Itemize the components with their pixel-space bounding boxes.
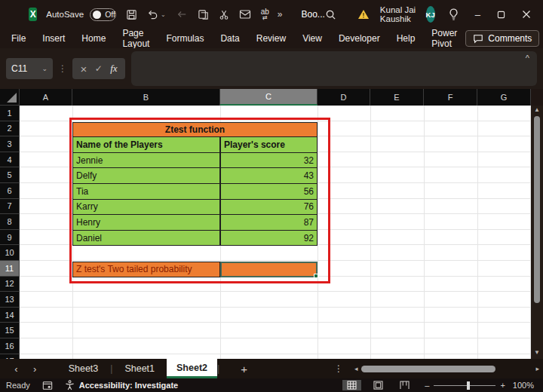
row-header-8[interactable]: 8	[0, 214, 20, 230]
status-bar: Ready Accessibility: Investigate –	[0, 378, 543, 392]
undo-chevron-icon[interactable]: ⌄	[161, 11, 166, 18]
formula-input[interactable]: ^	[131, 51, 537, 86]
name-box[interactable]: C11 ⌄	[6, 58, 53, 79]
avatar[interactable]: KJ	[426, 6, 435, 23]
row-header-4[interactable]: 4	[0, 152, 20, 168]
tab-page-layout[interactable]: Page Layout	[114, 28, 158, 49]
column-header-c[interactable]: C	[220, 89, 318, 106]
replace-icon[interactable]: ab ⇄	[261, 8, 269, 21]
prev-sheet-icon[interactable]: ‹	[14, 363, 19, 375]
tab-file[interactable]: File	[3, 33, 34, 44]
tab-data[interactable]: Data	[212, 33, 247, 44]
vertical-scroll-thumb[interactable]	[534, 116, 540, 303]
horizontal-scroll-thumb[interactable]	[361, 366, 495, 372]
row-header-2[interactable]: 2	[0, 121, 20, 137]
row-header-15[interactable]: 15	[0, 323, 20, 338]
column-header-d[interactable]: D	[318, 89, 370, 106]
collapse-formula-bar-icon[interactable]: ^	[526, 54, 529, 63]
save-icon[interactable]	[126, 9, 137, 20]
page-layout-view-icon[interactable]	[369, 380, 388, 390]
name-box-chevron-icon[interactable]: ⌄	[41, 65, 48, 72]
row-header-14[interactable]: 14	[0, 308, 20, 323]
vertical-scrollbar[interactable]: ▲ ▼	[531, 106, 543, 359]
enter-check-icon[interactable]: ✓	[95, 63, 103, 74]
zoom-slider-thumb[interactable]	[467, 381, 470, 390]
row-header-5[interactable]: 5	[0, 167, 20, 183]
row-header-12[interactable]: 12	[0, 277, 20, 292]
cut-icon[interactable]	[219, 9, 229, 20]
excel-logo[interactable]	[29, 8, 37, 21]
status-mode: Ready	[6, 381, 30, 390]
cancel-icon[interactable]: ×	[80, 63, 87, 75]
column-header-b[interactable]: B	[72, 89, 220, 106]
accessibility-status[interactable]: Accessibility: Investigate	[79, 381, 178, 390]
tab-options-icon[interactable]: ⋮	[334, 363, 343, 374]
tab-sheet3[interactable]: Sheet3	[57, 359, 111, 378]
autosave-toggle[interactable]: Off	[90, 8, 116, 21]
tab-insert[interactable]: Insert	[34, 33, 73, 44]
autosave-state: Off	[105, 10, 115, 19]
row-header-16[interactable]: 16	[0, 338, 20, 354]
gridline	[370, 106, 371, 359]
tab-developer[interactable]: Developer	[330, 33, 388, 44]
row-header-3[interactable]: 3	[0, 136, 20, 152]
add-sheet-icon[interactable]: +	[241, 363, 247, 375]
normal-view-icon[interactable]	[342, 380, 361, 390]
tab-view[interactable]: View	[294, 33, 330, 44]
macro-record-icon[interactable]	[42, 381, 53, 390]
email-icon[interactable]	[239, 9, 251, 20]
tab-power-pivot[interactable]: Power Pivot	[423, 28, 465, 49]
tab-sheet1[interactable]: Sheet1	[112, 359, 167, 378]
row-header-1[interactable]: 1	[0, 106, 20, 121]
horizontal-scrollbar[interactable]: ◂ ▸	[351, 365, 543, 372]
maximize-button[interactable]	[497, 11, 505, 19]
accessibility-icon[interactable]	[65, 380, 75, 390]
row-header-9[interactable]: 9	[0, 230, 20, 246]
copy-icon[interactable]	[198, 9, 209, 20]
toggle-knob-icon	[93, 11, 101, 19]
column-header-a[interactable]: A	[20, 89, 72, 106]
row-header-11[interactable]: 11	[0, 261, 20, 277]
minimize-button[interactable]: –	[475, 9, 480, 20]
warning-icon[interactable]	[357, 9, 370, 20]
comments-label: Comments	[488, 33, 532, 44]
page-break-preview-icon[interactable]	[395, 380, 414, 390]
row-header-7[interactable]: 7	[0, 199, 20, 215]
tab-sheet2-active[interactable]: Sheet2	[167, 359, 217, 378]
ideas-lightbulb-icon[interactable]	[449, 8, 459, 20]
select-all-corner[interactable]	[0, 89, 20, 106]
formula-buttons: × ✓ fx	[72, 58, 125, 79]
row-header-13[interactable]: 13	[0, 292, 20, 308]
user-name[interactable]: Kunal Jai Kaushik	[380, 5, 419, 23]
search-icon[interactable]	[325, 9, 336, 20]
name-box-value: C11	[11, 63, 27, 74]
formula-bar-row: C11 ⌄ ⋮ × ✓ fx ^	[0, 48, 543, 89]
column-header-g[interactable]: G	[477, 89, 531, 106]
tab-help[interactable]: Help	[388, 33, 424, 44]
ribbon-tab-bar: File Insert Home Page Layout Formulas Da…	[0, 29, 543, 48]
scroll-left-icon[interactable]: ◂	[351, 365, 362, 372]
tab-review[interactable]: Review	[248, 33, 294, 44]
comments-button[interactable]: Comments	[465, 30, 539, 47]
close-button[interactable]	[522, 10, 531, 19]
scroll-down-icon[interactable]: ▼	[534, 348, 540, 357]
zoom-out-icon[interactable]: –	[425, 381, 429, 390]
tab-formulas[interactable]: Formulas	[158, 33, 212, 44]
tab-home[interactable]: Home	[73, 33, 114, 44]
back-arrow-icon[interactable]	[176, 9, 188, 20]
row-header-10[interactable]: 10	[0, 245, 20, 261]
zoom-slider[interactable]	[434, 385, 495, 386]
row-header-6[interactable]: 6	[0, 183, 20, 199]
insert-function-icon[interactable]: fx	[110, 63, 117, 75]
column-header-f[interactable]: F	[424, 89, 477, 106]
title-bar: AutoSave Off ⌄ ab ⇄ » Boo	[0, 0, 543, 29]
zoom-level[interactable]: 100%	[513, 381, 534, 390]
undo-icon[interactable]: ⌄	[147, 9, 166, 20]
annotation-rectangle	[69, 118, 330, 283]
scroll-right-icon[interactable]: ▸	[532, 365, 543, 372]
zoom-in-icon[interactable]: +	[500, 381, 505, 390]
scroll-up-icon[interactable]: ▲	[534, 106, 540, 115]
next-sheet-icon[interactable]: ›	[32, 363, 38, 375]
more-commands-icon[interactable]: »	[278, 9, 283, 20]
column-header-e[interactable]: E	[370, 89, 424, 106]
